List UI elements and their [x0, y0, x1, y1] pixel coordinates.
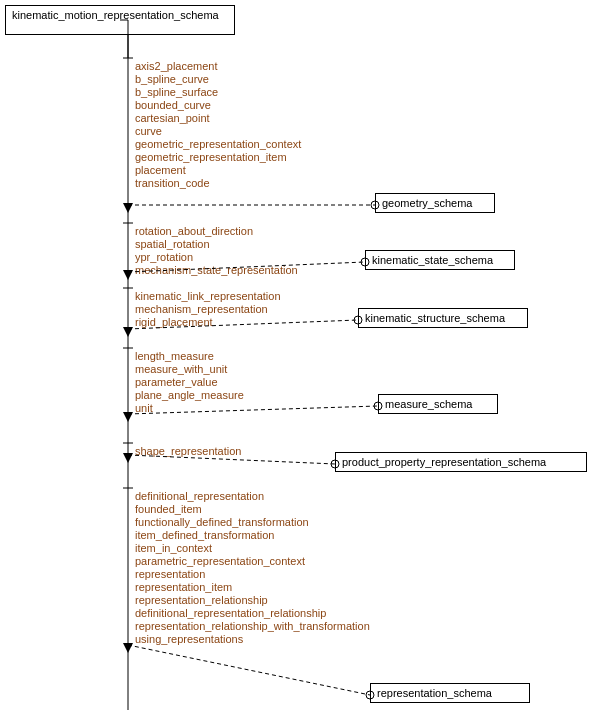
- kinematic-structure-schema-label: kinematic_structure_schema: [365, 312, 505, 324]
- representation-schema-box: representation_schema: [370, 683, 530, 703]
- item-bounded_curve: bounded_curve: [135, 99, 211, 111]
- item-rotation_about_direction: rotation_about_direction: [135, 225, 253, 237]
- diagram: kinematic_motion_representation_schema a…: [0, 0, 599, 723]
- geometry-schema-label: geometry_schema: [382, 197, 473, 209]
- item-cartesian_point: cartesian_point: [135, 112, 210, 124]
- item-using_representations: using_representations: [135, 633, 243, 645]
- item-parameter_value: parameter_value: [135, 376, 218, 388]
- item-plane_angle_measure: plane_angle_measure: [135, 389, 244, 401]
- kinematic-state-schema-label: kinematic_state_schema: [372, 254, 493, 266]
- svg-marker-5: [123, 270, 133, 280]
- item-b_spline_surface: b_spline_surface: [135, 86, 218, 98]
- svg-marker-14: [123, 453, 133, 463]
- product-property-schema-label: product_property_representation_schema: [342, 456, 546, 468]
- item-spatial_rotation: spatial_rotation: [135, 238, 210, 250]
- item-founded_item: founded_item: [135, 503, 202, 515]
- item-representation: representation: [135, 568, 205, 580]
- svg-line-18: [128, 645, 370, 695]
- svg-marker-1: [123, 203, 133, 213]
- item-parametric_representation_context: parametric_representation_context: [135, 555, 305, 567]
- item-length_measure: length_measure: [135, 350, 214, 362]
- svg-marker-8: [123, 327, 133, 337]
- item-transition_code: transition_code: [135, 177, 210, 189]
- item-b_spline_curve: b_spline_curve: [135, 73, 209, 85]
- item-item_in_context: item_in_context: [135, 542, 212, 554]
- measure-schema-box: measure_schema: [378, 394, 498, 414]
- item-unit: unit: [135, 402, 153, 414]
- measure-schema-label: measure_schema: [385, 398, 472, 410]
- item-item_defined_transformation: item_defined_transformation: [135, 529, 274, 541]
- item-curve: curve: [135, 125, 162, 137]
- item-representation_relationship_with_transformation: representation_relationship_with_transfo…: [135, 620, 370, 632]
- kinematic-structure-schema-box: kinematic_structure_schema: [358, 308, 528, 328]
- item-rigid_placement: rigid_placement: [135, 316, 213, 328]
- representation-schema-label: representation_schema: [377, 687, 492, 699]
- item-geometric_representation_item: geometric_representation_item: [135, 151, 287, 163]
- item-kinematic_link_representation: kinematic_link_representation: [135, 290, 281, 302]
- item-mechanism_state_representation: mechanism_state_representation: [135, 264, 298, 276]
- item-ypr_rotation: ypr_rotation: [135, 251, 193, 263]
- item-representation_item: representation_item: [135, 581, 232, 593]
- item-definitional_representation_relationship: definitional_representation_relationship: [135, 607, 326, 619]
- item-axis2_placement: axis2_placement: [135, 60, 218, 72]
- svg-marker-17: [123, 643, 133, 653]
- main-schema-label: kinematic_motion_representation_schema: [12, 9, 219, 21]
- item-representation_relationship: representation_relationship: [135, 594, 268, 606]
- product-property-schema-box: product_property_representation_schema: [335, 452, 587, 472]
- item-geometric_representation_context: geometric_representation_context: [135, 138, 301, 150]
- item-shape_representation: shape_representation: [135, 445, 241, 457]
- svg-marker-11: [123, 412, 133, 422]
- item-placement: placement: [135, 164, 186, 176]
- kinematic-state-schema-box: kinematic_state_schema: [365, 250, 515, 270]
- svg-line-12: [128, 406, 378, 414]
- item-mechanism_representation: mechanism_representation: [135, 303, 268, 315]
- geometry-schema-box: geometry_schema: [375, 193, 495, 213]
- item-functionally_defined_transformation: functionally_defined_transformation: [135, 516, 309, 528]
- item-definitional_representation: definitional_representation: [135, 490, 264, 502]
- main-schema-box: kinematic_motion_representation_schema: [5, 5, 235, 35]
- item-measure_with_unit: measure_with_unit: [135, 363, 227, 375]
